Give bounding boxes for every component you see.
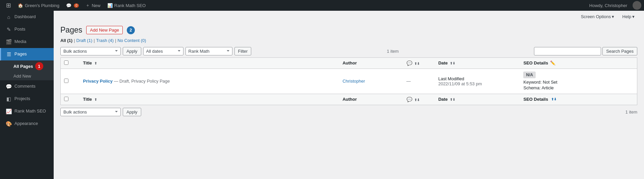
chevron-down-icon-help: ▾: [632, 14, 635, 19]
sidebar-label-media: Media: [14, 39, 26, 45]
col-author-header: Author: [339, 57, 403, 69]
col-seo-footer: SEO Details ⬆⬇: [520, 94, 637, 105]
adminbar-site-name[interactable]: 🏠 Green's Plumbing: [14, 0, 63, 11]
seo-details-edit-icon[interactable]: ✏️: [550, 60, 555, 65]
col-date-header: Date ⬆⬇: [435, 57, 520, 69]
sidebar-label-comments: Comments: [14, 83, 36, 89]
author-link[interactable]: Christopher: [342, 79, 365, 84]
top-tablenav: Bulk actions Apply All dates Rank Math F…: [60, 47, 637, 55]
comments-col-icon-footer: 💬: [407, 97, 412, 102]
submenu-all-pages[interactable]: All Pages 1: [0, 60, 54, 72]
comments-col-icon: 💬: [407, 60, 412, 66]
appearance-icon: 🎨: [6, 120, 12, 127]
submenu-all-pages-label: All Pages: [13, 64, 33, 69]
seo-sort-arrows-footer: ⬆⬇: [551, 97, 556, 101]
home-icon: 🏠: [18, 3, 23, 8]
title-sort-arrows: ⬆: [94, 61, 97, 65]
date-sort-arrows-footer: ⬆⬇: [450, 98, 455, 101]
adminbar-new[interactable]: ＋ New: [82, 0, 104, 11]
title-sort-link[interactable]: Title: [83, 60, 93, 65]
adminbar-right: Howdy, Christopher: [586, 1, 641, 10]
sidebar-item-dashboard[interactable]: ⌂ Dashboard: [0, 11, 54, 23]
pages-submenu: All Pages 1 Add New: [0, 60, 54, 80]
item-count-bottom: 1 item: [626, 109, 637, 115]
col-comments-header: 💬 ⬆⬇: [403, 57, 435, 69]
bottom-tablenav: Bulk actions Apply 1 item: [60, 108, 637, 116]
admin-bar: ⊞ 🏠 Green's Plumbing 💬 0 ＋ New 📊 Rank Ma…: [0, 0, 644, 11]
sidebar-item-media[interactable]: 🎬 Media: [0, 36, 54, 48]
filter-no-content[interactable]: No Content (0): [117, 38, 146, 43]
sidebar-item-appearance[interactable]: 🎨 Appearance: [0, 118, 54, 130]
col-check-header: [61, 57, 80, 69]
adminbar-rankmath[interactable]: 📊 Rank Math SEO: [104, 0, 149, 11]
comments-icon: 💬: [6, 83, 12, 90]
wp-logo-icon: ⊞: [6, 2, 11, 9]
badge-1: 1: [35, 62, 43, 70]
help-button[interactable]: Help ▾: [620, 13, 637, 20]
select-all-checkbox[interactable]: [64, 60, 68, 65]
filter-all[interactable]: All (1): [60, 38, 72, 43]
row-date-cell: Last Modified 2022/11/09 at 5:53 pm: [435, 69, 520, 94]
sidebar-item-projects[interactable]: ◧ Projects: [0, 93, 54, 105]
apply-button-bottom[interactable]: Apply: [123, 108, 141, 116]
sidebar-item-posts[interactable]: ✎ Posts: [0, 23, 54, 36]
sidebar-item-pages[interactable]: ☰ Pages: [0, 48, 54, 60]
col-comments-footer: 💬 ⬆⬇: [403, 94, 435, 105]
col-title-footer: Title ⬆: [80, 94, 339, 105]
badge-2: 2: [127, 26, 135, 34]
title-sort-link-footer[interactable]: Title: [83, 97, 93, 102]
adminbar-wp-logo[interactable]: ⊞: [3, 0, 14, 11]
search-pages-input[interactable]: [534, 47, 601, 55]
sidebar-label-projects: Projects: [14, 96, 30, 102]
posts-icon: ✎: [6, 26, 12, 33]
page-title-link[interactable]: Privacy Policy: [83, 79, 113, 84]
rankmath-select[interactable]: Rank Math: [185, 47, 232, 55]
rankmath-icon: 📊: [107, 3, 113, 8]
bulk-actions-select-top[interactable]: Bulk actions: [60, 47, 121, 55]
filter-draft[interactable]: Draft (1): [76, 38, 93, 43]
seo-details-sort-link-footer[interactable]: SEO Details: [523, 97, 548, 102]
sidebar-item-rankmath[interactable]: 📈 Rank Math SEO: [0, 105, 54, 118]
comment-count-badge: 0: [74, 3, 79, 8]
submenu-add-new[interactable]: Add New: [0, 72, 54, 80]
avatar: [633, 1, 641, 10]
sidebar: ⌂ Dashboard ✎ Posts 🎬 Media ☰ Pages All …: [0, 11, 54, 179]
sidebar-label-appearance: Appearance: [14, 121, 38, 127]
filter-links: All (1) | Draft (1) | Trash (4) | No Con…: [60, 38, 637, 43]
sidebar-item-comments[interactable]: 💬 Comments: [0, 80, 54, 93]
adminbar-comments[interactable]: 💬 0: [63, 0, 83, 11]
date-sort-link[interactable]: Date: [438, 60, 449, 65]
search-pages-button[interactable]: Search Pages: [602, 47, 637, 55]
filter-button[interactable]: Filter: [234, 47, 252, 55]
content-wrap: ⌂ Dashboard ✎ Posts 🎬 Media ☰ Pages All …: [0, 11, 644, 179]
projects-icon: ◧: [6, 95, 12, 102]
all-dates-select[interactable]: All dates: [143, 47, 183, 55]
main-content: Screen Options ▾ Help ▾ Pages Add New Pa…: [54, 11, 644, 179]
bulk-actions-select-bottom[interactable]: Bulk actions: [60, 108, 121, 116]
add-new-page-button[interactable]: Add New Page: [86, 26, 123, 34]
select-all-checkbox-footer[interactable]: [64, 97, 68, 101]
page-title: Pages: [60, 25, 82, 35]
date-value: 2022/11/09 at 5:53 pm: [438, 81, 517, 86]
dashboard-icon: ⌂: [6, 13, 12, 20]
seo-details-sort-link[interactable]: SEO Details: [523, 60, 548, 65]
row-author-cell: Christopher: [339, 69, 403, 94]
submenu-add-new-label: Add New: [13, 74, 31, 79]
date-sort-link-footer[interactable]: Date: [438, 97, 449, 102]
comment-icon: 💬: [66, 3, 71, 8]
screen-options-button[interactable]: Screen Options ▾: [578, 13, 617, 20]
top-bar: Screen Options ▾ Help ▾: [60, 11, 637, 23]
row-checkbox-cell: [61, 69, 80, 94]
adminbar-howdy: Howdy, Christopher: [586, 3, 631, 8]
page-header: Pages Add New Page 2: [60, 23, 637, 35]
comments-sort-arrows: ⬆⬇: [414, 62, 420, 65]
page-status: — Draft, Privacy Policy Page: [114, 79, 170, 84]
sidebar-label-posts: Posts: [14, 26, 25, 32]
table-header-row: Title ⬆ Author 💬 ⬆⬇ Date ⬆⬇: [61, 57, 637, 69]
seo-na-badge: N/A: [523, 72, 536, 78]
rankmath-seo-icon: 📈: [6, 108, 12, 115]
filter-trash[interactable]: Trash (4): [96, 38, 114, 43]
apply-button-top[interactable]: Apply: [123, 47, 141, 55]
row-checkbox[interactable]: [64, 79, 68, 83]
col-seo-header: SEO Details ✏️: [520, 57, 637, 69]
